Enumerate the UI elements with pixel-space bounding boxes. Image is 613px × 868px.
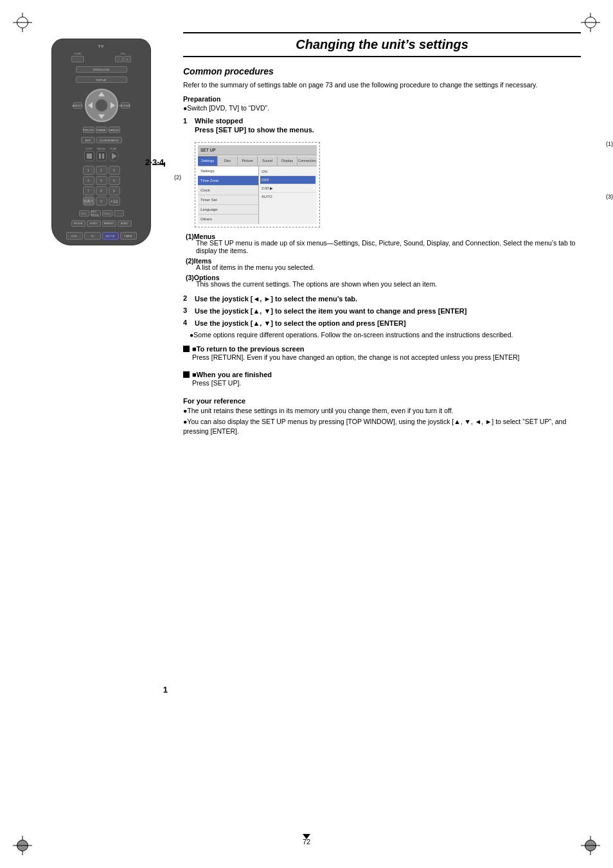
callout-2: (2) [174, 174, 181, 181]
step-4-bullet: ●Some options require different operatio… [183, 330, 581, 340]
prep-label: Preparation [183, 95, 581, 103]
step-4: 4 Use the joystick [▲, ▼] to select the … [183, 319, 581, 328]
return-title: ■To return to the previous screen [183, 345, 581, 353]
step-3: 3 Use the joystick [▲, ▼] to select the … [183, 306, 581, 316]
intro-text: Refer to the summary of settings table o… [183, 80, 581, 90]
finished-text: Press [SET UP]. [183, 378, 581, 388]
callout-1: (1) [606, 141, 613, 147]
callout-descriptions: (1)Menus The SET UP menu is made up of s… [186, 233, 581, 292]
remote-control: TV TV/AV VOL - + OPEN/CLOSE DISPL [51, 39, 151, 245]
callout-1-desc: (1)Menus The SET UP menu is made up of s… [186, 233, 581, 254]
step-2: 2 Use the joystick [◄, ►] to select the … [183, 294, 581, 304]
step-3-num: 3 [183, 306, 192, 314]
step-1-num: 1 [183, 117, 192, 125]
corner-mark-tr [581, 13, 600, 32]
callout-3: (3) [606, 193, 613, 200]
menu-screenshot-area: SET UP Settings Disc Picture Sound Displ… [195, 142, 581, 227]
step-label-1: 1 [163, 685, 168, 695]
step-arrow-234 [152, 161, 165, 168]
step-3-content: Use the joystick [▲, ▼] to select the it… [195, 306, 581, 316]
step-1: 1 While stopped Press [SET UP] to show t… [183, 117, 581, 135]
reference-bullet-1: ●The unit retains these settings in its … [183, 406, 581, 416]
step-2-content: Use the joystick [◄, ►] to select the me… [195, 294, 581, 304]
section-title: Common procedures [183, 66, 581, 76]
step-1-title: While stopped [195, 117, 581, 125]
page-content: 2·3·4 1 TV TV/AV VOL - [32, 32, 581, 836]
step-4-content: Use the joystick [▲, ▼] to select the op… [195, 319, 581, 328]
callout-3-desc: (3)Options This shows the current settin… [186, 274, 581, 288]
step-1-desc: Press [SET UP] to show the menus. [195, 125, 581, 135]
finished-section: ■When you are finished Press [SET UP]. [183, 371, 581, 391]
black-square-icon [183, 346, 190, 352]
finished-title: ■When you are finished [183, 371, 581, 378]
title-section: Changing the unit’s settings [183, 32, 581, 57]
return-section: ■To return to the previous screen Press … [183, 345, 581, 365]
step-2-num: 2 [183, 294, 192, 302]
reference-title: For your reference [183, 397, 581, 405]
menu-screenshot: SET UP Settings Disc Picture Sound Displ… [195, 142, 320, 227]
corner-mark-tl [13, 13, 32, 32]
return-text: Press [RETURN]. Even if you have changed… [183, 353, 581, 362]
content-area: Changing the unit’s settings Common proc… [183, 32, 581, 836]
remote-area: 2·3·4 1 TV TV/AV VOL - [32, 32, 170, 836]
step-1-content: While stopped Press [SET UP] to show the… [195, 117, 581, 135]
bottom-marks [303, 834, 310, 839]
svg-marker-1 [164, 162, 165, 167]
step-3-desc: Use the joystick [▲, ▼] to select the it… [195, 306, 581, 316]
callout-2-desc: (2)Items A list of items in the menu you… [186, 257, 581, 271]
step-4-desc: Use the joystick [▲, ▼] to select the op… [195, 319, 581, 328]
step-4-num: 4 [183, 319, 192, 326]
reference-bullet-2: ●You can also display the SET UP menus b… [183, 417, 581, 436]
corner-mark-bl [13, 836, 32, 855]
corner-mark-br [581, 836, 600, 855]
black-square-icon-2 [183, 371, 190, 378]
prep-text: ●Switch [DVD, TV] to “DVD”. [183, 104, 581, 112]
page-title: Changing the unit’s settings [183, 37, 581, 52]
step-2-desc: Use the joystick [◄, ►] to select the me… [195, 294, 581, 304]
